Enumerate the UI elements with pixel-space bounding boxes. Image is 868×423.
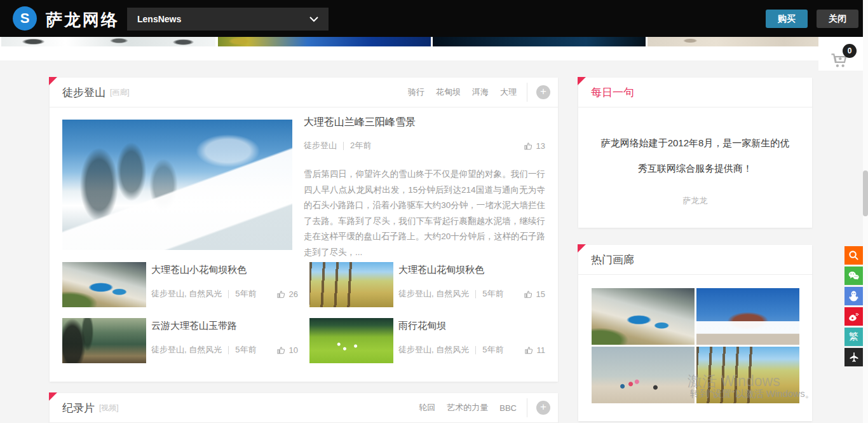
meta-divider [475, 290, 476, 298]
header-divider [527, 83, 527, 102]
tag-link[interactable]: 大理 [500, 87, 517, 98]
section-title[interactable]: 纪录片 [62, 401, 95, 415]
featured-article-excerpt: 雪后第四日，仰望许久的雪山终于不仅是仰望的对象。我们一行四人早八点从龙凤村出发，… [304, 167, 545, 261]
carousel-thumb-sand[interactable] [648, 37, 818, 46]
corner-ribbon-icon [578, 77, 586, 85]
like-count-value: 15 [536, 289, 545, 299]
like-count-value: 11 [537, 345, 546, 355]
article-meta: 徒步登山, 自然风光 5年前 11 [398, 344, 545, 356]
more-button[interactable]: + [536, 401, 550, 415]
section-tags: 骑行 花甸坝 洱海 大理 [408, 87, 517, 98]
meta-divider [475, 346, 476, 354]
article-list-item[interactable]: 大理苍山花甸坝秋色 徒步登山, 自然风光 5年前 15 [309, 262, 545, 307]
corner-ribbon-icon [578, 244, 586, 253]
topbar: S 萨龙网络 LensNews 购买 关闭 [0, 0, 868, 37]
scrollbar-track[interactable] [863, 0, 868, 423]
weibo-icon [848, 311, 860, 322]
logo-letter: S [20, 10, 30, 27]
section-header: 徒步登山 [画廊] 骑行 花甸坝 洱海 大理 + [50, 78, 558, 107]
thumbs-up-icon [524, 141, 533, 151]
article-meta: 徒步登山, 自然风光 5年前 26 [151, 288, 298, 300]
widget-header: 每日一句 [578, 78, 812, 107]
search-button[interactable] [844, 246, 863, 265]
article-category[interactable]: 徒步登山 [304, 140, 337, 151]
chevron-down-icon [309, 17, 318, 22]
carousel-thumb-snow[interactable] [1, 37, 215, 46]
airplane-up-icon [849, 352, 859, 363]
like-count[interactable]: 26 [276, 289, 298, 299]
like-count[interactable]: 15 [524, 289, 545, 299]
gallery-thumbnail[interactable] [592, 288, 695, 345]
section-title[interactable]: 徒步登山 [62, 85, 105, 100]
scrollbar-thumb[interactable] [863, 170, 868, 216]
tag-link[interactable]: 骑行 [408, 87, 424, 98]
traditional-chinese-toggle[interactable]: 繁 [844, 328, 863, 346]
wechat-share-button[interactable] [844, 267, 863, 285]
search-icon [848, 250, 859, 261]
article-meta: 徒步登山, 自然风光 5年前 10 [151, 344, 298, 356]
gallery-thumbnail[interactable] [592, 347, 695, 403]
cart-button[interactable]: 0 [830, 51, 855, 73]
gallery-thumbnail[interactable] [696, 288, 799, 345]
meta-divider [343, 142, 344, 150]
tag-link[interactable]: 艺术的力量 [447, 402, 488, 413]
article-title[interactable]: 大理苍山小花甸坝秋色 [151, 264, 298, 276]
weibo-share-button[interactable] [844, 307, 863, 326]
article-title[interactable]: 大理苍山花甸坝秋色 [398, 264, 545, 276]
tag-link[interactable]: 花甸坝 [436, 87, 461, 98]
thumbs-up-icon [276, 289, 286, 299]
featured-article-image[interactable] [62, 120, 292, 250]
buy-button[interactable]: 购买 [766, 10, 808, 28]
more-button[interactable]: + [536, 85, 550, 99]
carousel-thumb-foliage[interactable] [218, 37, 431, 46]
article-list-item[interactable]: 雨行花甸坝 徒步登山, 自然风光 5年前 11 [309, 318, 545, 363]
article-title[interactable]: 雨行花甸坝 [398, 320, 545, 332]
article-category[interactable]: 徒步登山, 自然风光 [151, 288, 222, 300]
cart-count-badge: 0 [843, 44, 857, 58]
article-thumbnail[interactable] [62, 262, 146, 307]
article-list-item[interactable]: 云游大理苍山玉带路 徒步登山, 自然风光 5年前 10 [62, 318, 298, 363]
like-count-value: 13 [536, 141, 545, 151]
article-thumbnail[interactable] [309, 318, 393, 363]
tag-link[interactable]: 洱海 [472, 87, 489, 98]
tag-link[interactable]: BBC [499, 403, 517, 413]
thumbs-up-icon [524, 345, 534, 355]
like-count[interactable]: 10 [276, 345, 298, 355]
site-logo-icon[interactable]: S [13, 6, 37, 31]
daily-quote-author: 萨龙龙 [578, 195, 812, 207]
article-time: 5年前 [235, 288, 256, 300]
like-count-value: 26 [289, 289, 298, 299]
article-thumbnail[interactable] [309, 262, 393, 307]
like-count[interactable]: 13 [524, 141, 545, 151]
article-title[interactable]: 云游大理苍山玉带路 [151, 320, 298, 332]
article-list-item[interactable]: 大理苍山小花甸坝秋色 徒步登山, 自然风光 5年前 26 [62, 262, 298, 307]
nav-dropdown-value: LensNews [137, 14, 181, 24]
wechat-icon [848, 270, 860, 281]
featured-article: 大理苍山兰峰三阳峰雪景 徒步登山 2年前 13 雪后第四日，仰望许久的雪山终于不… [304, 116, 545, 261]
tag-link[interactable]: 轮回 [419, 402, 435, 413]
qq-share-button[interactable] [844, 287, 863, 305]
article-thumbnail[interactable] [62, 318, 146, 363]
back-to-top-button[interactable] [844, 348, 863, 366]
section-header: 纪录片 [视频] 轮回 艺术的力量 BBC + [50, 393, 558, 423]
article-category[interactable]: 徒步登山, 自然风光 [398, 288, 469, 300]
corner-ribbon-icon [49, 77, 57, 85]
close-button[interactable]: 关闭 [817, 10, 858, 28]
like-count-value: 10 [289, 345, 298, 355]
gallery-thumbnail[interactable] [696, 347, 799, 403]
featured-article-title[interactable]: 大理苍山兰峰三阳峰雪景 [304, 116, 545, 129]
article-category[interactable]: 徒步登山, 自然风光 [398, 344, 469, 356]
thumbs-up-icon [524, 289, 533, 299]
article-time: 5年前 [482, 288, 503, 300]
section-subtitle: [画廊] [110, 87, 130, 98]
brand-name[interactable]: 萨龙网络 [46, 9, 119, 31]
section-hiking-gallery: 徒步登山 [画廊] 骑行 花甸坝 洱海 大理 + 大理苍山兰峰三阳峰雪景 徒步登… [50, 78, 558, 382]
widget-daily-quote: 每日一句 萨龙网络始建于2012年8月，是一家新生的优秀互联网综合服务提供商！ … [578, 78, 812, 228]
article-meta: 徒步登山, 自然风光 5年前 15 [398, 288, 545, 300]
nav-dropdown[interactable]: LensNews [127, 8, 329, 31]
carousel-thumb-night[interactable] [433, 37, 646, 46]
widget-header: 热门画廊 [578, 245, 812, 275]
article-category[interactable]: 徒步登山, 自然风光 [151, 344, 222, 356]
like-count[interactable]: 11 [524, 345, 546, 355]
traditional-chinese-label: 繁 [849, 331, 858, 343]
